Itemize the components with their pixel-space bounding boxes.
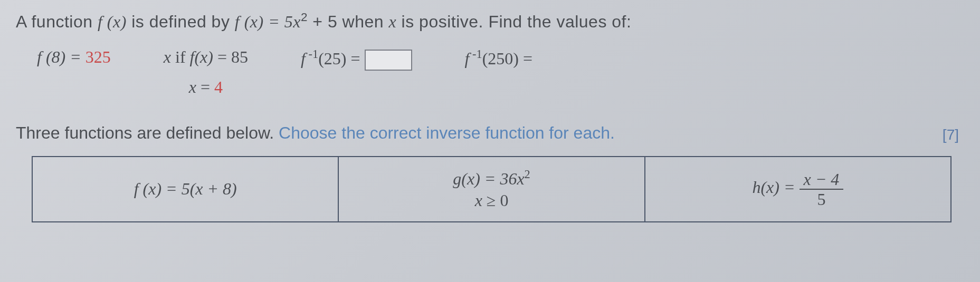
a4-arg: (250) = <box>482 48 532 67</box>
answer-xif: x if f(x) = 85 x = 4 <box>164 47 248 97</box>
a2-fx: f(x) <box>190 47 213 66</box>
a1-lhs: f (8) = <box>37 47 85 66</box>
instr-blue: Choose the correct inverse function for … <box>279 123 615 142</box>
answer-finv250: f -1(250) = <box>465 47 533 69</box>
a1-val: 325 <box>85 47 111 66</box>
c3-den: 5 <box>813 190 830 208</box>
q-middle: is defined by <box>131 12 235 31</box>
q-def-lhs: f (x) = 5x <box>235 12 301 31</box>
marks-badge: [7] <box>943 127 959 143</box>
a2b-eq: = <box>196 77 214 96</box>
q-def-exp: 2 <box>301 11 308 24</box>
c3-num: x − 4 <box>800 171 844 190</box>
a3-arg: (25) = <box>318 48 364 67</box>
answer-input-finv25[interactable] <box>365 50 412 71</box>
a2b-pre: x <box>189 77 196 96</box>
a2-mid: if <box>171 47 190 66</box>
answer-f8: f (8) = 325 <box>37 47 111 67</box>
table-cell-f[interactable]: f (x) = 5(x + 8) <box>32 157 338 222</box>
a2b-val: 4 <box>214 77 223 96</box>
q-xvar: x <box>389 12 397 31</box>
answers-row: f (8) = 325 x if f(x) = 85 x = 4 f -1(25… <box>16 47 964 97</box>
functions-table: f (x) = 5(x + 8) g(x) = 36x2 x ≥ 0 h(x) … <box>32 156 952 222</box>
q-suffix: is positive. Find the values of: <box>402 12 632 31</box>
instruction-text: Three functions are defined below. Choos… <box>16 123 964 143</box>
instr-black: Three functions are defined below. <box>16 123 279 142</box>
table-cell-h[interactable]: h(x) = x − 4 5 <box>645 157 951 222</box>
question-text: A function f (x) is defined by f (x) = 5… <box>16 11 964 32</box>
table-cell-g[interactable]: g(x) = 36x2 x ≥ 0 <box>338 157 644 222</box>
q-fx: f (x) <box>98 12 127 31</box>
c3-lhs: h(x) = <box>752 178 799 197</box>
a3-exp: -1 <box>306 47 318 61</box>
c2-lhs: g(x) = 36x <box>453 169 524 188</box>
a2-eq: = 85 <box>213 47 248 66</box>
a4-exp: -1 <box>469 47 482 61</box>
q-prefix: A function <box>16 12 98 31</box>
a3-f: f <box>301 48 306 67</box>
c1-text: f (x) = 5(x + 8) <box>134 179 237 198</box>
q-def-rhs: + 5 when <box>308 12 389 31</box>
answer-finv25: f -1(25) = <box>301 47 412 71</box>
c2-exp: 2 <box>525 168 530 181</box>
a2-pre: x <box>164 47 171 66</box>
c2-var: x <box>475 191 482 210</box>
c2-op: ≥ 0 <box>482 191 509 210</box>
